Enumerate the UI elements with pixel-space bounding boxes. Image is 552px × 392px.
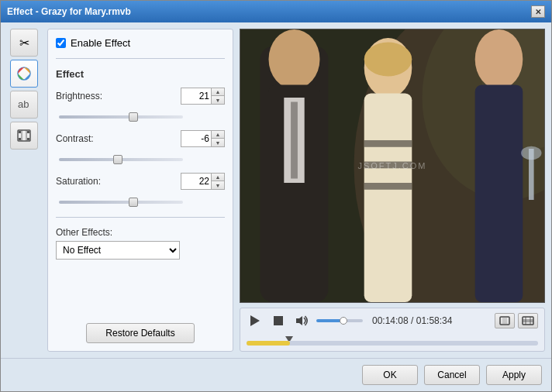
contrast-slider[interactable]	[59, 158, 183, 161]
playback-buttons: 00:14:08 / 01:58:34	[247, 312, 538, 329]
apply-button[interactable]: Apply	[486, 365, 542, 385]
window-title: Effect - Grazy for Mary.rmvb	[7, 6, 131, 17]
volume-slider[interactable]	[316, 319, 363, 322]
saturation-up-btn[interactable]: ▲	[212, 174, 224, 181]
contrast-up-btn[interactable]: ▲	[212, 131, 224, 139]
enable-effect-label: Enable Effect	[71, 37, 130, 49]
saturation-down-btn[interactable]: ▼	[212, 181, 224, 189]
progress-track[interactable]	[247, 341, 538, 346]
brightness-input[interactable]	[181, 88, 211, 104]
brightness-slider-wrap	[56, 108, 225, 122]
saturation-slider[interactable]	[59, 201, 183, 204]
brightness-row: Brightness: ▲ ▼	[56, 88, 225, 105]
enable-effect-checkbox[interactable]	[56, 38, 66, 48]
brightness-slider[interactable]	[59, 115, 183, 119]
contrast-spinner: ▲ ▼	[181, 130, 225, 147]
video-display: JSOFTJ.COM	[240, 29, 545, 303]
progress-area	[247, 333, 538, 347]
svg-rect-3	[19, 131, 21, 133]
divider-2	[56, 217, 225, 218]
other-effects-group: Other Effects: No Effect Old Film Blur S…	[56, 227, 225, 260]
main-window: Effect - Grazy for Mary.rmvb ✕ ✂ ab	[0, 0, 552, 392]
contrast-row: Contrast: ▲ ▼	[56, 130, 225, 147]
playback-controls-bar: 00:14:08 / 01:58:34	[240, 308, 545, 352]
title-bar: Effect - Grazy for Mary.rmvb ✕	[1, 1, 551, 22]
brightness-down-btn[interactable]: ▼	[212, 96, 224, 104]
restore-defaults-button[interactable]: Restore Defaults	[86, 323, 195, 343]
svg-rect-4	[27, 131, 29, 133]
play-button[interactable]	[247, 312, 264, 329]
saturation-row: Saturation: ▲ ▼	[56, 173, 225, 190]
saturation-spinner-btns: ▲ ▼	[211, 174, 224, 189]
saturation-spinner: ▲ ▼	[181, 173, 225, 190]
cut-icon[interactable]: ✂	[10, 29, 38, 57]
svg-marker-29	[250, 315, 260, 326]
brightness-group: Brightness: ▲ ▼	[56, 88, 225, 122]
progress-fill	[247, 341, 290, 346]
contrast-input[interactable]	[181, 131, 211, 146]
saturation-label: Saturation:	[56, 176, 118, 187]
saturation-input[interactable]	[181, 174, 211, 189]
brightness-label: Brightness:	[56, 91, 118, 101]
video-panel: JSOFTJ.COM	[240, 29, 545, 352]
svg-rect-28	[240, 29, 544, 302]
cancel-button[interactable]: Cancel	[424, 365, 480, 385]
divider-1	[56, 58, 225, 59]
contrast-label: Contrast:	[56, 133, 118, 144]
fullscreen-button[interactable]	[495, 313, 515, 328]
other-effects-label: Other Effects:	[56, 227, 225, 238]
svg-rect-6	[27, 138, 29, 140]
ok-button[interactable]: OK	[362, 365, 418, 385]
svg-marker-31	[296, 316, 302, 325]
contrast-spinner-btns: ▲ ▼	[211, 131, 224, 146]
stop-button[interactable]	[270, 312, 287, 329]
video-frame: JSOFTJ.COM	[240, 29, 544, 302]
aspect-ratio-button[interactable]	[518, 313, 538, 328]
saturation-group: Saturation: ▲ ▼	[56, 173, 225, 208]
saturation-slider-wrap	[56, 193, 225, 208]
brightness-up-btn[interactable]: ▲	[212, 88, 224, 96]
brightness-spinner-btns: ▲ ▼	[211, 88, 224, 104]
effect-icon[interactable]: ab	[10, 91, 38, 119]
enable-effect-row: Enable Effect	[56, 37, 225, 49]
svg-rect-33	[502, 317, 507, 325]
svg-rect-34	[523, 317, 533, 325]
volume-icon[interactable]	[293, 312, 310, 329]
svg-rect-30	[274, 316, 283, 325]
left-sidebar: ✂ ab	[7, 29, 41, 352]
contrast-down-btn[interactable]: ▼	[212, 139, 224, 146]
controls-panel: Enable Effect Effect Brightness: ▲ ▼	[47, 29, 233, 352]
current-time: 00:14:08 / 01:58:34	[372, 315, 452, 326]
title-bar-buttons: ✕	[531, 5, 545, 18]
footer-bar: OK Cancel Apply	[1, 358, 551, 391]
contrast-slider-wrap	[56, 150, 225, 165]
svg-rect-5	[19, 138, 21, 140]
svg-text:ab: ab	[18, 98, 29, 110]
color-icon[interactable]	[10, 60, 38, 88]
effect-section-label: Effect	[56, 68, 225, 80]
contrast-group: Contrast: ▲ ▼	[56, 130, 225, 165]
other-effects-select[interactable]: No Effect Old Film Blur Sharpen	[56, 241, 180, 260]
brightness-spinner: ▲ ▼	[181, 88, 225, 105]
close-button[interactable]: ✕	[531, 5, 545, 18]
film-icon[interactable]	[10, 122, 38, 150]
content-area: ✂ ab	[1, 22, 551, 358]
main-content: Enable Effect Effect Brightness: ▲ ▼	[47, 29, 545, 352]
